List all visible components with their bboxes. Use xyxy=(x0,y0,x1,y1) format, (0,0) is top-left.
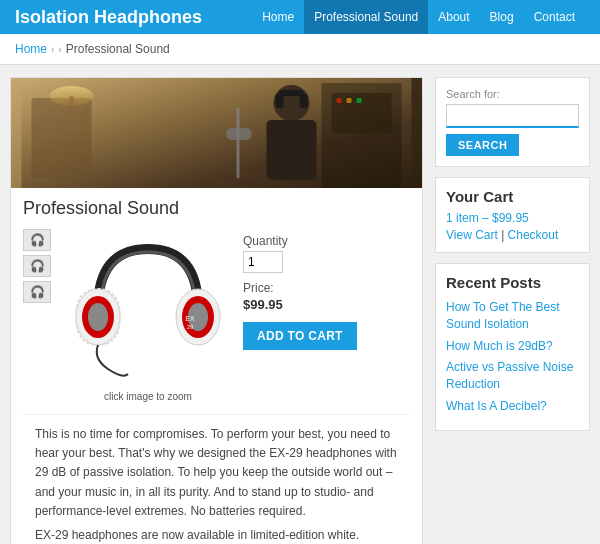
cart-divider: | xyxy=(501,228,504,242)
svg-rect-6 xyxy=(280,90,304,96)
svg-rect-10 xyxy=(227,128,252,140)
breadcrumb: Home › › Professional Sound xyxy=(0,34,600,65)
search-widget: Search for: SEARCH xyxy=(435,77,590,167)
product-area: Professional Sound 🎧 🎧 🎧 xyxy=(11,188,422,544)
quantity-label: Quantity xyxy=(243,234,410,248)
price-label: Price: xyxy=(243,281,410,295)
main-product-image[interactable]: EX 29 xyxy=(68,229,228,389)
cart-widget: Your Cart 1 item – $99.95 View Cart | Ch… xyxy=(435,177,590,253)
headphone-thumb-icon-1: 🎧 xyxy=(30,233,45,247)
svg-rect-5 xyxy=(267,120,317,180)
headphone-svg: EX 29 xyxy=(68,229,228,389)
post-link-1[interactable]: How Much is 29dB? xyxy=(446,338,579,355)
product-title: Professional Sound xyxy=(23,198,410,219)
main-nav: Home Professional Sound About Blog Conta… xyxy=(252,0,585,34)
recent-posts-widget: Recent Posts How To Get The Best Sound I… xyxy=(435,263,590,431)
svg-rect-14 xyxy=(347,98,352,103)
headphone-thumb-icon-3: 🎧 xyxy=(30,285,45,299)
nav-contact[interactable]: Contact xyxy=(524,0,585,34)
description-text: This is no time for compromises. To perf… xyxy=(35,425,398,521)
thumbnail-2[interactable]: 🎧 xyxy=(23,255,51,277)
cart-title: Your Cart xyxy=(446,188,579,205)
breadcrumb-sep1: › xyxy=(51,44,54,55)
product-body: 🎧 🎧 🎧 xyxy=(23,229,410,402)
svg-point-18 xyxy=(88,303,108,331)
add-to-cart-button[interactable]: ADD TO CART xyxy=(243,322,357,350)
breadcrumb-sep2: › xyxy=(58,44,61,55)
headphone-thumb-icon-2: 🎧 xyxy=(30,259,45,273)
search-label: Search for: xyxy=(446,88,579,100)
content-area: Professional Sound 🎧 🎧 🎧 xyxy=(10,77,423,544)
hero-svg xyxy=(11,78,422,188)
product-description: This is no time for compromises. To perf… xyxy=(23,414,410,544)
price-value: $99.95 xyxy=(243,297,410,312)
hero-image xyxy=(11,78,422,188)
nav-about[interactable]: About xyxy=(428,0,479,34)
product-controls: Quantity Price: $99.95 ADD TO CART xyxy=(243,229,410,402)
main-content: Professional Sound 🎧 🎧 🎧 xyxy=(0,65,600,544)
thumbnail-1[interactable]: 🎧 xyxy=(23,229,51,251)
checkout-link[interactable]: Checkout xyxy=(508,228,559,242)
breadcrumb-current: Professional Sound xyxy=(66,42,170,56)
sidebar: Search for: SEARCH Your Cart 1 item – $9… xyxy=(435,77,590,544)
svg-rect-3 xyxy=(70,96,74,121)
svg-rect-8 xyxy=(300,94,308,108)
cart-links: View Cart | Checkout xyxy=(446,228,579,242)
thumbnail-3[interactable]: 🎧 xyxy=(23,281,51,303)
view-cart-link[interactable]: View Cart xyxy=(446,228,498,242)
svg-rect-13 xyxy=(337,98,342,103)
quantity-input[interactable] xyxy=(243,251,283,273)
zoom-label: click image to zoom xyxy=(104,391,192,402)
svg-rect-7 xyxy=(276,94,284,108)
breadcrumb-home[interactable]: Home xyxy=(15,42,47,56)
nav-professional-sound[interactable]: Professional Sound xyxy=(304,0,428,34)
site-title: Isolation Headphones xyxy=(15,7,202,28)
recent-posts-title: Recent Posts xyxy=(446,274,579,291)
svg-rect-1 xyxy=(32,98,92,178)
product-thumbnails: 🎧 🎧 🎧 xyxy=(23,229,53,402)
cart-item-count: 1 item – $99.95 xyxy=(446,211,579,225)
description-text-2: EX-29 headphones are now available in li… xyxy=(35,526,398,544)
svg-text:EX: EX xyxy=(185,315,195,322)
svg-rect-15 xyxy=(357,98,362,103)
header: Isolation Headphones Home Professional S… xyxy=(0,0,600,34)
search-input[interactable] xyxy=(446,104,579,128)
svg-text:29: 29 xyxy=(187,324,194,330)
nav-home[interactable]: Home xyxy=(252,0,304,34)
svg-rect-9 xyxy=(237,108,240,178)
nav-blog[interactable]: Blog xyxy=(480,0,524,34)
post-link-3[interactable]: What Is A Decibel? xyxy=(446,398,579,415)
main-image-container: EX 29 click image to zoom xyxy=(68,229,228,402)
search-button[interactable]: SEARCH xyxy=(446,134,519,156)
post-link-2[interactable]: Active vs Passive Noise Reduction xyxy=(446,359,579,393)
post-link-0[interactable]: How To Get The Best Sound Isolation xyxy=(446,299,579,333)
